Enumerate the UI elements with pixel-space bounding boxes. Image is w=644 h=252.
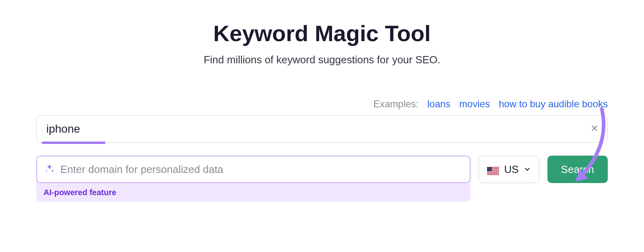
svg-rect-9	[487, 167, 492, 171]
domain-input-wrapper	[36, 156, 471, 183]
sparkle-icon	[44, 163, 55, 175]
domain-input[interactable]	[60, 163, 462, 176]
example-link-movies[interactable]: movies	[459, 98, 490, 110]
search-button[interactable]: Search	[547, 156, 608, 183]
second-row: AI-powered feature US	[36, 156, 608, 202]
example-link-loans[interactable]: loans	[427, 98, 450, 110]
page-subtitle: Find millions of keyword suggestions for…	[204, 54, 440, 66]
us-flag-icon	[487, 165, 499, 173]
domain-block: AI-powered feature	[36, 156, 471, 202]
country-select[interactable]: US	[479, 156, 539, 183]
examples-label: Examples:	[374, 98, 419, 110]
input-underline-indicator	[42, 142, 105, 144]
keyword-input-wrapper	[36, 115, 608, 143]
svg-rect-7	[487, 173, 499, 173]
svg-rect-8	[487, 174, 499, 175]
page-title: Keyword Magic Tool	[213, 20, 431, 46]
ai-feature-label: AI-powered feature	[36, 183, 471, 197]
chevron-down-icon	[524, 163, 531, 176]
keyword-input[interactable]	[36, 115, 608, 143]
clear-icon[interactable]	[590, 124, 599, 134]
country-code-label: US	[504, 163, 518, 176]
svg-rect-6	[487, 171, 499, 172]
examples-row: Examples: loans movies how to buy audibl…	[36, 98, 608, 110]
example-link-audible[interactable]: how to buy audible books	[499, 98, 608, 110]
